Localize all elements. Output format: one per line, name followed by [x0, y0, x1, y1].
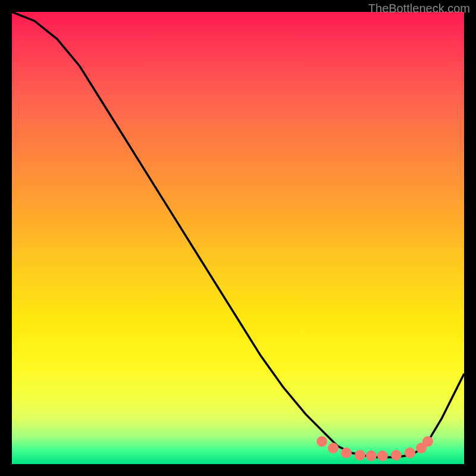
chart-marker-dot: [366, 450, 377, 461]
chart-marker-dot: [317, 436, 327, 447]
chart-marker-dot: [355, 450, 365, 461]
chart-marker-dot: [405, 447, 415, 458]
watermark-text: TheBottleneck.com: [368, 2, 470, 15]
chart-curve: [12, 12, 464, 464]
chart-marker-dot: [377, 450, 388, 461]
chart-marker-dot: [328, 443, 339, 453]
chart-plot-area: [12, 12, 464, 464]
chart-marker-dot: [391, 450, 402, 461]
chart-marker-dot: [422, 436, 433, 447]
chart-marker-dot: [341, 447, 352, 458]
